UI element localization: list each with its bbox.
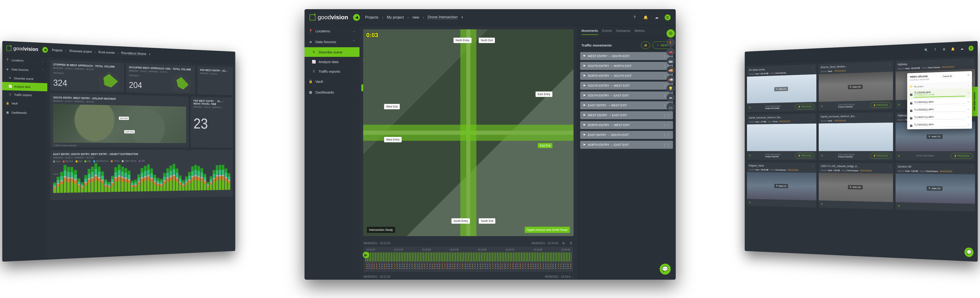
sidebar-item-describe[interactable]: ✎Describe scene bbox=[304, 47, 360, 57]
gear-icon[interactable]: ⚙ bbox=[942, 47, 946, 52]
filter-truck-icon[interactable]: 🚚 bbox=[667, 66, 675, 74]
more-icon[interactable]: ⋮ bbox=[970, 60, 973, 63]
remove-icon[interactable]: ✕ bbox=[821, 105, 823, 108]
tab-events[interactable]: Events bbox=[602, 29, 612, 35]
nav-back-button[interactable]: ◀ bbox=[353, 14, 360, 21]
sidebar-datasources[interactable]: ≣Data Sources⌃ bbox=[304, 37, 360, 47]
movement-item[interactable]: ⚑NORTH ENTRY → EAST EXIT⋮⋮ bbox=[580, 141, 673, 149]
cloud-icon[interactable]: ☁ bbox=[959, 46, 964, 51]
analyze-tag[interactable]: 🔍 ANALYZE bbox=[927, 186, 942, 191]
movement-item[interactable]: ⚑WEST ENTRY → EAST EXIT⋮⋮ bbox=[580, 111, 673, 119]
analyze-tag[interactable]: 🔍 ANALYZE bbox=[848, 84, 862, 89]
source-card[interactable]: Bulgaria_Varna⋮Stored in Vault - 766.26 … bbox=[747, 162, 816, 207]
grip-icon[interactable]: ⋮⋮ bbox=[663, 143, 670, 147]
close-icon[interactable]: ✕ bbox=[967, 73, 969, 76]
source-card[interactable]: Narvik_kommune_Sentrum_live…⋮Stored in V… bbox=[819, 112, 893, 161]
sidebar-dashboards[interactable]: ▦Dashboards bbox=[304, 87, 360, 98]
lbl-east-entry[interactable]: East Entry bbox=[536, 91, 552, 97]
cloud-icon[interactable]: ☁ bbox=[654, 14, 660, 21]
sidebar-locations[interactable]: 📍Locations⌄ bbox=[2, 55, 47, 66]
analyze-tag[interactable]: 🔍 ANALYZE bbox=[927, 134, 942, 139]
intersection-viewport[interactable]: 0:03 North Entry North Exit East Entry E… bbox=[363, 29, 574, 236]
sidebar-datasources[interactable]: ≣Data Sources⌃ bbox=[2, 64, 47, 75]
cancel-all-button[interactable]: Cancel all bbox=[940, 74, 954, 78]
card-far-west-ac[interactable]: FAR WEST ENTRY - AC…04/05/2021 - 18:16:1… bbox=[197, 66, 233, 95]
help-icon[interactable]: ? bbox=[632, 14, 638, 21]
timeline[interactable]: ▶ 15:21:0215:21:3315:22:0415:22:3515:23:… bbox=[364, 247, 573, 272]
filter-bike-icon[interactable]: 🏍 bbox=[667, 94, 675, 102]
more-icon[interactable]: ⋮ bbox=[888, 165, 891, 168]
remove-icon[interactable]: ✕ bbox=[898, 103, 900, 107]
card-stopped-volume[interactable]: STOPPED IN WEST APPROACH - TOTAL VOLUME0… bbox=[50, 60, 124, 92]
remove-icon[interactable]: ✕ bbox=[749, 154, 751, 157]
source-card[interactable]: Narvik_kommune_Sentrum_live…⋮Stored in V… bbox=[747, 113, 816, 160]
cancel-file-icon[interactable]: ✕ bbox=[967, 123, 969, 126]
movement-item[interactable]: ⚑NORTH ENTRY → SOUTH EXIT⋮⋮ bbox=[580, 72, 673, 80]
card-object-distribution[interactable]: EAST ENTRY, SOUTH ENTRY, WEST ENTRY - OB… bbox=[50, 150, 232, 200]
tab-scenarios[interactable]: Scenarios bbox=[616, 29, 630, 35]
bell-icon[interactable]: 🔔 bbox=[950, 46, 955, 52]
grip-icon[interactable]: ⋮⋮ bbox=[663, 123, 670, 127]
crumb-1[interactable]: Showcase project bbox=[69, 49, 92, 53]
remove-icon[interactable]: ✕ bbox=[749, 201, 751, 204]
source-card[interactable]: Ski slope survey⋮Stored in Vault - 644.3… bbox=[747, 64, 816, 112]
more-icon[interactable]: ⋮ bbox=[888, 63, 891, 66]
cancel-file-icon[interactable]: ✕ bbox=[967, 91, 969, 94]
sidebar-item-analyze[interactable]: 📈Analyze data bbox=[304, 57, 360, 67]
sidebar-dashboards[interactable]: ▦Dashboards bbox=[2, 108, 47, 118]
filter-car-icon[interactable]: 🚗 bbox=[667, 48, 675, 56]
more-icon[interactable]: ⋮ bbox=[812, 66, 815, 69]
cancel-file-icon[interactable]: ✕ bbox=[967, 116, 969, 118]
more-icon[interactable]: ⋮ bbox=[812, 115, 815, 118]
card-heatmap[interactable]: SOUTH ENTRY, WEST ENTRY - HOLDUP HEATMAP… bbox=[50, 93, 189, 147]
grip-icon[interactable]: ⋮⋮ bbox=[663, 133, 670, 137]
filter-person-icon[interactable]: 🚶 bbox=[667, 38, 675, 47]
movement-item[interactable]: ⚑EAST ENTRY → SOUTH EXIT⋮⋮ bbox=[580, 131, 673, 139]
lbl-west-entry[interactable]: West Entry bbox=[384, 137, 401, 142]
sidebar-item-describe[interactable]: ✎Describe scene bbox=[2, 73, 47, 83]
analyze-tag[interactable]: 🔍 ANALYZE bbox=[774, 184, 788, 188]
chat-bubble[interactable]: 💬 bbox=[660, 264, 671, 275]
lbl-north-entry[interactable]: North Entry bbox=[453, 38, 472, 43]
chevron-down-icon[interactable]: ⌄ bbox=[967, 83, 969, 86]
process-button[interactable]: ⚡ PROCESS bbox=[951, 153, 973, 159]
sidebar-item-exports[interactable]: ⇪Traffic exports bbox=[304, 67, 360, 76]
process-button[interactable]: ⚡ PROCESS bbox=[870, 153, 891, 158]
cancel-file-icon[interactable]: ✕ bbox=[967, 108, 969, 111]
more-icon[interactable]: ⋮ bbox=[888, 114, 891, 117]
help-icon[interactable]: ? bbox=[933, 47, 938, 53]
sidebar-vault[interactable]: 🔒Vault bbox=[2, 99, 47, 108]
lbl-south-entry[interactable]: South Entry bbox=[452, 218, 470, 224]
lbl-south-exit[interactable]: South Exit bbox=[479, 218, 495, 224]
process-button[interactable]: ⚡ PROCESS bbox=[870, 102, 891, 108]
crumb-2[interactable]: Rural scenes bbox=[98, 51, 115, 54]
source-card[interactable]: Junction OD⋮Stored in Vault - 1.68 GBDev… bbox=[896, 163, 975, 211]
tab-movements[interactable]: Movements bbox=[582, 29, 598, 35]
add-datasource-tab[interactable]: Add data source bbox=[971, 87, 978, 116]
wand-button[interactable]: ✨ bbox=[641, 41, 650, 49]
remove-icon[interactable]: ✕ bbox=[821, 202, 823, 206]
chat-bubble[interactable]: 💬 bbox=[964, 247, 974, 257]
analyze-tag[interactable]: 🔍 ANALYZE bbox=[774, 87, 788, 91]
movement-item[interactable]: ⚑SOUTH ENTRY → EAST EXIT⋮⋮ bbox=[580, 91, 673, 99]
process-button[interactable]: ⚡ PROCESS bbox=[795, 153, 815, 158]
crumb-projects[interactable]: Projects bbox=[52, 48, 62, 52]
tab-metrics[interactable]: Metrics bbox=[635, 29, 645, 35]
filter-icon[interactable]: ⚙ bbox=[562, 241, 566, 245]
lbl-north-exit[interactable]: North Exit bbox=[479, 38, 495, 43]
logo[interactable]: goodvision bbox=[6, 45, 38, 52]
remove-icon[interactable]: ✕ bbox=[898, 154, 900, 158]
filter-heavy-icon[interactable]: 🚛 bbox=[667, 75, 675, 83]
card-occupied-volume[interactable]: OCCUPIED WEST APPROACH >30S - TOTAL VOLU… bbox=[126, 63, 195, 94]
movement-item[interactable]: ⚑EAST ENTRY → WEST EXIT⋮⋮ bbox=[580, 101, 673, 109]
more-icon[interactable]: ⋮ bbox=[812, 164, 815, 167]
crumb-3[interactable]: Roundabout Ukraine bbox=[121, 51, 146, 56]
calendar-icon[interactable]: 🗓 bbox=[569, 241, 573, 245]
lbl-west-exit[interactable]: West Exit bbox=[384, 104, 399, 109]
remove-icon[interactable]: ✕ bbox=[898, 204, 900, 208]
card-mean-travel[interactable]: FAR WEST ENTRY → W… - MEAN TRAVEL TIME04… bbox=[191, 97, 232, 148]
filter-cycle-icon[interactable]: 🚲 bbox=[667, 103, 675, 111]
sidebar-item-exports[interactable]: ⇪Traffic exports bbox=[2, 90, 47, 99]
source-card[interactable]: 10007-S-LIVE_colorado_bridge_6…⋮Stored i… bbox=[819, 163, 893, 210]
lbl-east-exit[interactable]: East Exit bbox=[538, 143, 552, 148]
